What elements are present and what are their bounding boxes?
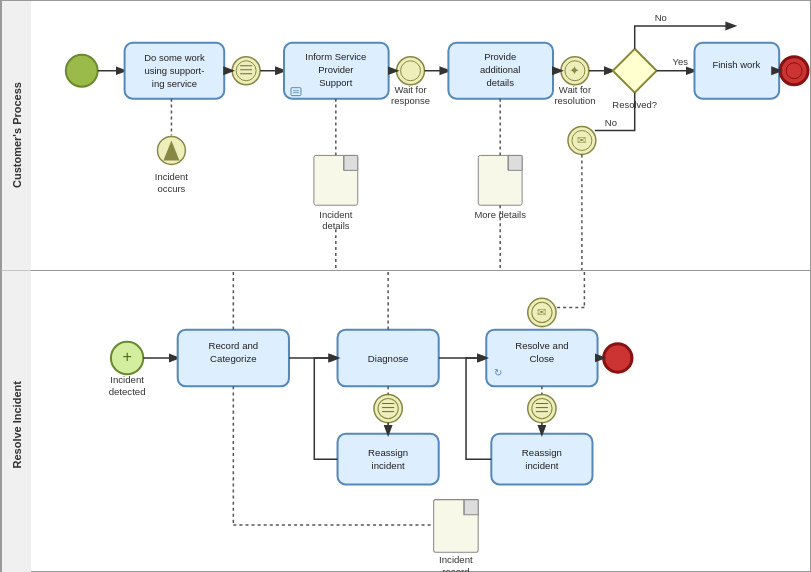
svg-text:occurs: occurs <box>158 183 186 194</box>
svg-text:incident: incident <box>372 460 405 471</box>
svg-text:Incident: Incident <box>439 554 473 565</box>
svg-text:Finish work: Finish work <box>712 59 760 70</box>
customer-lane-content: Do some work using support- ing service <box>31 1 810 270</box>
svg-text:ing service: ing service <box>152 78 197 89</box>
svg-text:+: + <box>122 347 131 365</box>
diagram-container: Customer's Process Do some work <box>0 0 811 572</box>
svg-text:Wait for: Wait for <box>559 84 591 95</box>
svg-text:Reassign: Reassign <box>368 447 408 458</box>
svg-text:Provider: Provider <box>318 64 353 75</box>
resolve-lane-label: Resolve Incident <box>1 271 31 572</box>
svg-point-29 <box>786 63 802 79</box>
start-event <box>66 55 98 87</box>
task-reassign-1[interactable] <box>338 434 439 485</box>
task-do-some-work-text: Do some work <box>144 52 205 63</box>
svg-text:↻: ↻ <box>494 367 502 378</box>
task-finish-work[interactable] <box>694 43 779 99</box>
svg-text:No: No <box>605 117 617 128</box>
svg-text:Diagnose: Diagnose <box>368 353 409 364</box>
svg-text:✉: ✉ <box>577 134 586 146</box>
svg-text:record: record <box>442 566 469 572</box>
svg-text:Categorize: Categorize <box>210 353 256 364</box>
svg-text:Incident: Incident <box>155 171 188 182</box>
svg-text:✦: ✦ <box>569 63 580 78</box>
svg-text:✉: ✉ <box>537 307 546 319</box>
svg-text:Resolve and: Resolve and <box>515 340 568 351</box>
svg-text:incident: incident <box>525 460 558 471</box>
customer-lane-label: Customer's Process <box>1 1 31 270</box>
customer-lane: Customer's Process Do some work <box>1 1 810 271</box>
task-reassign-2[interactable] <box>491 434 592 485</box>
svg-text:details: details <box>487 77 515 88</box>
svg-text:Yes: Yes <box>673 56 689 67</box>
svg-point-66 <box>610 350 626 366</box>
svg-text:additional: additional <box>480 64 520 75</box>
resolve-lane: Resolve Incident + Incident detected Rec… <box>1 271 810 572</box>
resolve-lane-content: + Incident detected Record and Categoriz… <box>31 271 810 572</box>
svg-text:Inform Service: Inform Service <box>305 51 366 62</box>
svg-text:detected: detected <box>109 386 146 397</box>
svg-text:Close: Close <box>530 353 555 364</box>
gateway-resolved <box>613 49 657 93</box>
svg-text:Wait for: Wait for <box>394 84 426 95</box>
svg-text:No: No <box>655 12 667 23</box>
svg-text:resolution: resolution <box>554 95 595 106</box>
svg-text:Support: Support <box>319 77 352 88</box>
svg-text:Incident: Incident <box>110 374 144 385</box>
svg-text:Provide: Provide <box>484 51 516 62</box>
svg-text:response: response <box>391 95 430 106</box>
svg-text:using support-: using support- <box>144 65 204 76</box>
svg-text:Incident: Incident <box>319 209 352 220</box>
svg-text:Record and: Record and <box>208 340 258 351</box>
svg-text:Reassign: Reassign <box>522 447 562 458</box>
